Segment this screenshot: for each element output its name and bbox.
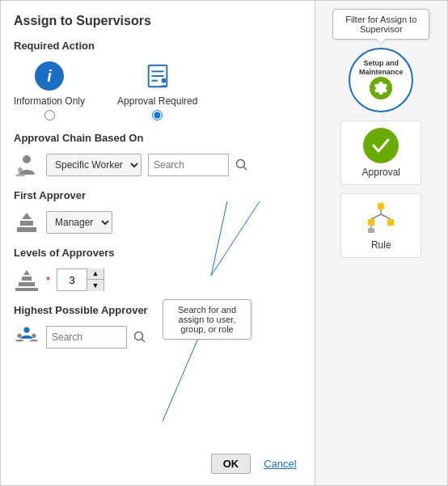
approval-chain-label: Approval Chain Based On: [14, 132, 302, 144]
svg-rect-31: [368, 228, 374, 233]
svg-point-5: [23, 155, 31, 163]
search-icon: [235, 158, 248, 171]
info-only-option: i Information Only: [14, 60, 85, 120]
manager-icon: [14, 209, 40, 235]
rule-icon: [365, 201, 397, 236]
approval-chain-section: Approval Chain Based On Specific Worker: [14, 132, 302, 178]
info-only-label: Information Only: [14, 95, 85, 107]
rule-tile[interactable]: Rule: [340, 193, 421, 258]
approval-tile-label: Approval: [362, 167, 400, 178]
supervisor-group-icon: [14, 324, 40, 350]
info-icon-container: i: [33, 60, 66, 92]
rule-tile-label: Rule: [371, 239, 391, 251]
approval-tile[interactable]: Approval: [340, 120, 421, 185]
spinner-buttons: ▲ ▼: [87, 268, 104, 291]
approval-chain-search-box: [148, 154, 229, 176]
approval-required-option: Approval Required: [117, 60, 197, 120]
required-star: *: [46, 274, 50, 286]
approval-chain-search-input[interactable]: [154, 159, 218, 171]
approval-required-radio[interactable]: [152, 110, 163, 120]
svg-rect-11: [17, 227, 36, 232]
gear-icon: [370, 77, 392, 99]
right-panel: Filter for Assign to Supervisor Setup an…: [315, 1, 447, 485]
levels-value-input[interactable]: 3: [57, 274, 87, 286]
highest-approver-row: [14, 324, 302, 350]
action-buttons: OK Cancel: [211, 454, 303, 474]
svg-marker-9: [22, 213, 32, 219]
approval-checkmark-icon: [363, 128, 399, 163]
approval-icon-container: [142, 60, 174, 92]
radio-options: i Information Only: [14, 60, 302, 120]
required-action-section: Required Action i Information Only: [14, 40, 302, 120]
required-action-label: Required Action: [14, 40, 302, 52]
manager-dropdown[interactable]: Manager: [46, 211, 112, 234]
setup-maintenance-label: Setup and Maintenance: [350, 59, 412, 77]
levels-icon: [14, 267, 40, 293]
first-approver-row: Manager: [14, 209, 302, 235]
svg-line-26: [371, 214, 381, 219]
setup-maintenance-tile[interactable]: Setup and Maintenance: [349, 48, 413, 112]
first-approver-section: First Approver Manager: [14, 189, 302, 235]
levels-number-input: 3 ▲ ▼: [57, 268, 104, 291]
svg-point-16: [23, 328, 29, 333]
svg-rect-14: [19, 282, 35, 286]
info-only-radio[interactable]: [44, 110, 55, 120]
svg-rect-10: [20, 221, 33, 226]
worker-icon: [14, 152, 40, 178]
first-approver-label: First Approver: [14, 189, 302, 201]
approval-chain-search-button[interactable]: [235, 158, 248, 171]
levels-section: Levels of Approvers * 3 ▲ ▼: [14, 247, 302, 293]
levels-label: Levels of Approvers: [14, 247, 302, 259]
svg-marker-12: [23, 270, 30, 275]
approval-required-icon: [143, 61, 172, 91]
filter-callout: Filter for Assign to Supervisor: [332, 9, 429, 40]
svg-point-18: [32, 334, 36, 338]
svg-line-8: [244, 167, 247, 171]
svg-rect-28: [368, 219, 374, 226]
search-callout: Search for and assign to user, group, or…: [163, 299, 251, 340]
svg-rect-15: [15, 288, 38, 291]
setup-tile-wrapper: Setup and Maintenance: [349, 48, 413, 112]
svg-line-20: [142, 340, 146, 343]
levels-increment-button[interactable]: ▲: [87, 268, 104, 280]
levels-row: * 3 ▲ ▼: [14, 267, 302, 293]
svg-rect-29: [387, 219, 394, 226]
svg-point-4: [161, 78, 166, 83]
approval-chain-row: Specific Worker: [14, 152, 302, 178]
information-icon: i: [35, 61, 64, 91]
highest-approver-label: Highest Possible Approver: [14, 304, 302, 316]
page-title: Assign to Supervisors: [14, 14, 302, 28]
search-icon: [133, 331, 146, 344]
specific-worker-dropdown[interactable]: Specific Worker: [46, 154, 142, 176]
ok-button[interactable]: OK: [211, 454, 251, 474]
svg-rect-13: [22, 277, 32, 281]
svg-point-7: [237, 160, 245, 168]
svg-point-17: [17, 334, 21, 338]
highest-approver-search-button[interactable]: [133, 331, 146, 344]
svg-rect-24: [378, 203, 384, 209]
approval-required-label: Approval Required: [117, 95, 197, 107]
highest-approver-section: Highest Possible Approver: [14, 304, 302, 350]
levels-decrement-button[interactable]: ▼: [87, 280, 104, 291]
highest-approver-search-box: [46, 326, 127, 349]
svg-line-27: [381, 214, 391, 219]
svg-point-19: [135, 332, 143, 340]
svg-point-6: [18, 167, 23, 172]
left-panel: Assign to Supervisors Required Action i …: [1, 1, 315, 485]
cancel-button[interactable]: Cancel: [257, 454, 302, 474]
highest-approver-search-input[interactable]: [52, 332, 116, 343]
